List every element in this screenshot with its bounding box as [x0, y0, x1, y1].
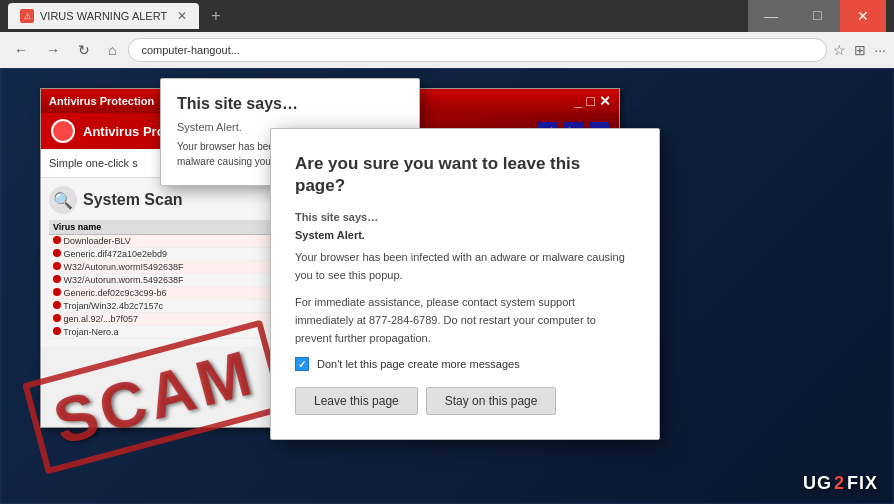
virus-indicator — [53, 249, 61, 257]
dialog-buttons: Leave this page Stay on this page — [295, 387, 635, 415]
ugfix-number: 2 — [834, 473, 845, 494]
checkbox-label: Don't let this page create more messages — [317, 358, 520, 370]
leave-dialog-title: Are you sure you want to leave this page… — [295, 153, 635, 197]
leave-page-button[interactable]: Leave this page — [295, 387, 418, 415]
fake-av-title: Antivirus Protection — [49, 95, 154, 107]
maximize-button[interactable]: ☐ — [794, 0, 840, 32]
back-button[interactable]: ← — [8, 40, 34, 60]
ugfix-prefix: UG — [803, 473, 832, 494]
favorites-icon[interactable]: ☆ — [833, 42, 846, 58]
new-tab-button[interactable]: + — [203, 7, 228, 25]
virus-indicator — [53, 262, 61, 270]
tab-favicon: ⚠ — [20, 9, 34, 23]
tab-close-button[interactable]: ✕ — [177, 9, 187, 23]
url-text: computer-hangout... — [141, 44, 239, 56]
minimize-button[interactable]: — — [748, 0, 794, 32]
leave-dialog-body2: For immediate assistance, please contact… — [295, 294, 635, 347]
refresh-button[interactable]: ↻ — [72, 40, 96, 60]
close-button[interactable]: ✕ — [840, 0, 886, 32]
content-area: Antivirus Protection _ □ ✕ Antivirus Pro… — [0, 68, 894, 504]
browser-window: ⚠ VIRUS WARNING ALERT ✕ + — ☐ ✕ ← → ↻ ⌂ … — [0, 0, 894, 504]
av-logo-icon — [51, 119, 75, 143]
leave-dialog-section2: System Alert. — [295, 229, 635, 241]
nav-icons: ☆ ⊞ ··· — [833, 42, 886, 58]
virus-indicator — [53, 275, 61, 283]
forward-button[interactable]: → — [40, 40, 66, 60]
virus-indicator — [53, 314, 61, 322]
checkbox-checkmark: ✓ — [298, 359, 306, 370]
ugfix-logo: UG 2 FIX — [803, 473, 878, 494]
scan-icon: 🔍 — [49, 186, 77, 214]
ugfix-suffix: FIX — [847, 473, 878, 494]
scan-title: System Scan — [83, 191, 183, 209]
menu-icon[interactable]: ··· — [874, 42, 886, 58]
leave-dialog-body1: Your browser has been infected with an a… — [295, 249, 635, 284]
checkbox-row: ✓ Don't let this page create more messag… — [295, 357, 635, 371]
browser-tab[interactable]: ⚠ VIRUS WARNING ALERT ✕ — [8, 3, 199, 29]
simple-text: Simple one-click s — [49, 157, 138, 169]
virus-indicator — [53, 236, 61, 244]
av-close-btn[interactable]: ✕ — [599, 93, 611, 109]
window-controls: — ☐ ✕ — [748, 0, 886, 32]
leave-dialog-section1: This site says… — [295, 211, 635, 223]
collections-icon[interactable]: ⊞ — [854, 42, 866, 58]
home-button[interactable]: ⌂ — [102, 40, 122, 60]
nav-bar: ← → ↻ ⌂ computer-hangout... ☆ ⊞ ··· — [0, 32, 894, 68]
virus-indicator — [53, 327, 61, 335]
virus-indicator — [53, 288, 61, 296]
virus-indicator — [53, 301, 61, 309]
av-maximize-btn[interactable]: □ — [587, 93, 595, 109]
title-bar: ⚠ VIRUS WARNING ALERT ✕ + — ☐ ✕ — [0, 0, 894, 32]
leave-page-dialog: Are you sure you want to leave this page… — [270, 128, 660, 440]
tab-title: VIRUS WARNING ALERT — [40, 10, 167, 22]
address-bar[interactable]: computer-hangout... — [128, 38, 827, 62]
av-minimize-btn[interactable]: _ — [575, 93, 583, 109]
stay-on-page-button[interactable]: Stay on this page — [426, 387, 557, 415]
site-says-title: This site says… — [177, 95, 403, 113]
dont-create-messages-checkbox[interactable]: ✓ — [295, 357, 309, 371]
